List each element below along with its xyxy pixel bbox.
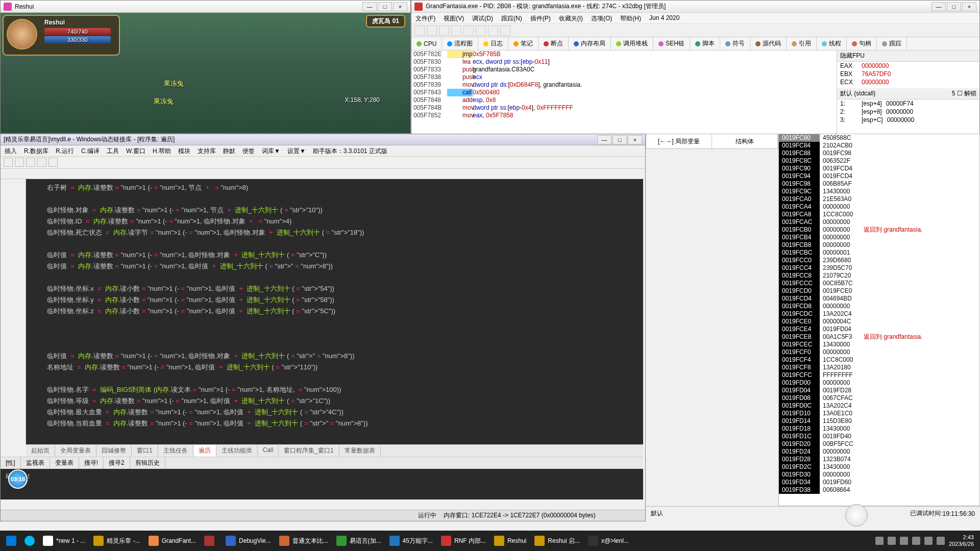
registers-panel[interactable]: 隐藏FPU EAX00000000EBX76A57DF0ECX00000000 … — [837, 51, 979, 134]
menu-item[interactable]: 跟踪(N) — [501, 14, 522, 22]
ide-tab[interactable]: Call — [258, 445, 279, 457]
menu-item[interactable]: 帮助(H) — [620, 14, 641, 22]
maximize-button[interactable]: □ — [947, 2, 961, 11]
taskbar-item[interactable]: 普通文本比... — [275, 533, 332, 549]
debugger-tab[interactable]: 跟踪 — [877, 37, 907, 50]
debugger-tab[interactable]: 引用 — [787, 37, 817, 50]
ide-tab[interactable]: 遍历 — [193, 445, 216, 457]
debugger-tab[interactable]: 流程图 — [442, 37, 478, 50]
taskbar-item[interactable]: Reshui — [490, 533, 530, 549]
run-icon[interactable] — [37, 158, 46, 167]
taskbar-item[interactable]: DebugVie... — [222, 533, 275, 549]
menu-item[interactable]: 便签 — [242, 147, 255, 155]
ide-tab[interactable]: 全局变量表 — [55, 445, 96, 457]
close-button[interactable]: × — [962, 2, 976, 11]
ide-tool-tab[interactable]: 变量表 — [50, 457, 79, 469]
taskbar[interactable]: *new 1 - ...精灵乐章 -...GrandFant...DebugVi… — [0, 531, 980, 551]
restart-icon[interactable] — [427, 26, 437, 36]
menu-item[interactable]: 插件(P) — [530, 14, 551, 22]
disassembly-view[interactable]: 005F782Ejmp0x5F785B005F7830leaecx, dword… — [411, 51, 835, 134]
step-over-icon[interactable] — [488, 26, 498, 36]
qq-icon[interactable] — [845, 504, 868, 527]
tray-icon[interactable] — [900, 537, 908, 545]
ide-tab[interactable]: 主线任务 — [158, 445, 193, 457]
menu-item[interactable]: 助手版本：3.3.0101 正式版 — [313, 147, 387, 155]
close-button[interactable]: × — [393, 2, 407, 11]
debugger-tab[interactable]: 脚本 — [690, 37, 720, 50]
ide-sidebar[interactable] — [1, 179, 26, 444]
cortana-button[interactable] — [20, 533, 39, 549]
ide-tab[interactable]: 常量数据表 — [339, 445, 381, 457]
taskbar-item[interactable]: 45万能字... — [385, 533, 437, 549]
taskbar-item[interactable]: RNF 内部... — [437, 533, 490, 549]
debugger-tab[interactable]: CPU — [411, 37, 442, 50]
taskbar-item[interactable]: *new 1 - ... — [39, 533, 89, 549]
ide-titlebar[interactable]: [精灵乐章易语言]\mydll.e - Windows动态链接库 - [程序集:… — [1, 134, 645, 145]
maximize-button[interactable]: □ — [612, 135, 627, 144]
save-icon[interactable] — [26, 158, 35, 167]
debugger-tab[interactable]: SEH链 — [653, 37, 690, 50]
debugger-tab[interactable]: 笔记 — [508, 37, 538, 50]
taskbar-item[interactable]: 易语言(加... — [332, 533, 385, 549]
minimize-button[interactable]: — — [597, 135, 611, 144]
maximize-button[interactable]: □ — [378, 2, 392, 11]
ide-tool-tab[interactable]: 剪辑历史 — [130, 457, 165, 469]
menu-item[interactable]: 工具 — [107, 147, 119, 155]
tray-icon[interactable] — [875, 537, 884, 545]
stop-icon[interactable] — [439, 26, 449, 36]
unlock-checkbox[interactable]: 5 ☐ 解锁 — [952, 89, 976, 98]
ide-tab[interactable]: 主线功能类 — [216, 445, 258, 457]
tray-icon[interactable] — [912, 537, 920, 545]
close-button[interactable]: × — [628, 135, 642, 144]
redo-icon[interactable] — [15, 158, 24, 167]
code-editor[interactable]: 右子树 = 内存.读整数 = "num">1 (- = "num">1, 节点 … — [26, 179, 643, 444]
menu-item[interactable]: 支持库 — [198, 147, 216, 155]
callconv-label[interactable]: 默认 (stdcall) — [840, 89, 875, 98]
menu-item[interactable]: 插入 — [5, 147, 17, 155]
struct-tab[interactable]: 结构体 — [712, 134, 778, 148]
locals-tab[interactable]: [←→] 局部变量 — [646, 134, 712, 148]
menu-item[interactable]: 视图(V) — [444, 14, 464, 22]
menu-item[interactable]: 模块 — [178, 147, 190, 155]
debugger-tab[interactable]: 符号 — [720, 37, 750, 50]
clock[interactable]: 2:43 2023/6/26 — [949, 534, 974, 547]
stack-dump[interactable]: 0019FC804508588C0019FC842102ACB00019FC88… — [778, 134, 980, 506]
menu-item[interactable]: 设置▼ — [287, 147, 306, 155]
output-panel[interactable]: 码成功！ — [1, 469, 643, 499]
run-icon[interactable] — [451, 26, 461, 36]
ide-tool-tab[interactable]: 搜寻2 — [104, 457, 130, 469]
undo-icon[interactable] — [4, 158, 13, 167]
step-out-icon[interactable] — [500, 26, 510, 36]
volume-icon[interactable] — [937, 537, 945, 545]
start-button[interactable] — [2, 533, 20, 549]
open-icon[interactable] — [414, 26, 425, 36]
debugger-tab[interactable]: 调用堆栈 — [611, 37, 653, 50]
ide-tool-tab[interactable]: 监视表 — [21, 457, 50, 469]
debugger-titlebar[interactable]: GrandFantasia.exe - PID: 2B08 - 模块: gran… — [411, 1, 979, 13]
taskbar-item[interactable]: GrandFant... — [144, 533, 200, 549]
menu-item[interactable]: 文件(F) — [415, 14, 435, 22]
taskbar-item[interactable]: 精灵乐章 -... — [89, 533, 144, 549]
menu-item[interactable]: W.窗口 — [126, 147, 145, 155]
debugger-tab[interactable]: 源代码 — [750, 37, 787, 50]
ide-tab[interactable]: 窗口程序集_窗口1 — [279, 445, 339, 457]
menu-item[interactable]: H.帮助 — [153, 147, 171, 155]
game-titlebar[interactable]: Reshui — □ × — [1, 1, 410, 13]
stop-icon[interactable] — [48, 158, 58, 167]
tray-icon[interactable] — [888, 537, 896, 545]
debugger-tab[interactable]: 句柄 — [847, 37, 877, 50]
game-viewport[interactable]: Reshui 740/740 330/330 虎瓦岛 01 果冻兔 果冻兔 X:… — [1, 13, 410, 133]
menu-item[interactable]: 静默 — [223, 147, 235, 155]
menu-item[interactable]: R.运行 — [56, 147, 74, 155]
pause-icon[interactable] — [463, 26, 474, 36]
debugger-tab[interactable]: 断点 — [538, 37, 569, 50]
taskbar-item[interactable]: Reshui 启... — [530, 533, 584, 549]
taskbar-item[interactable] — [200, 533, 222, 549]
debugger-tab[interactable]: 日志 — [478, 37, 508, 50]
player-avatar[interactable] — [7, 19, 37, 49]
minimize-button[interactable]: — — [362, 2, 377, 11]
taskbar-item[interactable]: x@>lenl... — [584, 533, 633, 549]
ide-tab[interactable]: 回城修整 — [96, 445, 132, 457]
ide-tab[interactable]: 窗口1 — [132, 445, 158, 457]
menu-item[interactable]: 调试(D) — [472, 14, 493, 22]
